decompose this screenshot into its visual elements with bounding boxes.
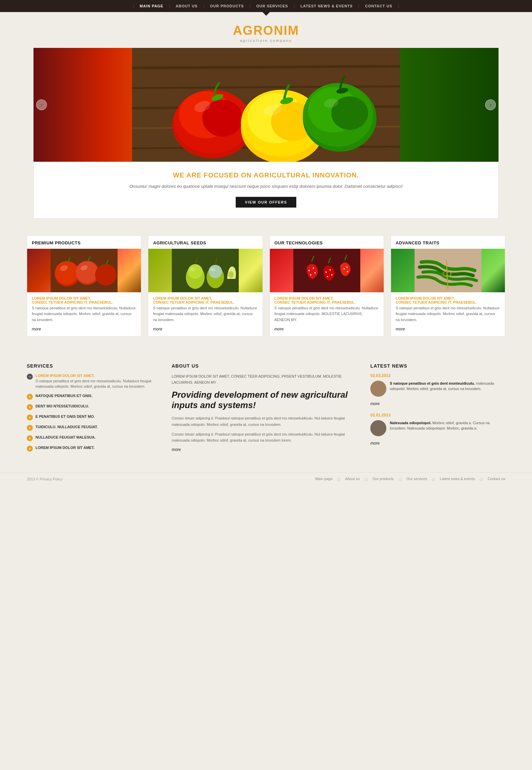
service-label-5: TUIDICULU. NULLADUCE FEUGIAT. — [35, 425, 98, 430]
footer-sep-2: ◇ — [365, 477, 368, 482]
news-text-1: S natoque penatibus et gnis dent monteui… — [390, 381, 505, 397]
nav-our-products[interactable]: OUR PRODUCTS — [204, 4, 250, 8]
nav-latest-news[interactable]: LATEST NEWS & EVENTS — [294, 4, 359, 8]
news-more-2[interactable]: more — [370, 441, 505, 446]
news-avatar-1 — [370, 381, 386, 397]
service-item-3[interactable]: + DENT MO NTESSETUIDICULU. — [27, 404, 162, 410]
about-more-link[interactable]: more — [172, 447, 181, 452]
logo-text: AGRONIM — [0, 23, 532, 38]
svg-point-50 — [346, 266, 348, 268]
news-avatar-2 — [370, 420, 386, 436]
service-label-2: NATOQUE PENATIBUS ET GNIS. — [35, 393, 92, 398]
about-headline: Providing development of new agricultura… — [172, 390, 361, 410]
footer-link-products[interactable]: Our products — [373, 477, 394, 482]
slider-prev-button[interactable]: ‹ — [36, 99, 47, 110]
product-body-title-premium: LOREM IPSUM DOLOR SIT AMET, Consec tetue… — [32, 296, 136, 304]
about-para2: Consec tetuer adipicing it. Praebsul nat… — [172, 431, 361, 444]
products-grid: PREMIUM PRODUCTS LORE — [27, 235, 505, 336]
view-offers-button[interactable]: VIEW OUR OFFERS — [236, 197, 297, 208]
product-more-1[interactable]: more — [32, 327, 41, 331]
news-column: LATEST NEWS 02.03.2013 S natoque penatib… — [370, 363, 505, 456]
svg-point-35 — [189, 267, 196, 272]
news-text-bold-2: Nalesuada odiopolopol. — [390, 421, 431, 425]
service-icon-6: + — [27, 435, 33, 441]
service-icon-3: + — [27, 404, 33, 410]
product-more-3[interactable]: more — [275, 327, 284, 331]
product-body-seeds: LOREM IPSUM DOLOR SIT AMET, Consec tetue… — [148, 292, 262, 336]
product-title-orange-1: Consec tetuer adipicing it. Praesebul. — [32, 300, 113, 304]
product-body-text-2: S natoque penatibus et gnis dent mo ntes… — [153, 305, 257, 323]
svg-point-31 — [95, 264, 117, 286]
footer-link-contact[interactable]: Contact us — [487, 477, 505, 482]
news-item-1: S natoque penatibus et gnis dent monteui… — [370, 381, 505, 397]
logo-black: AGRO — [233, 23, 274, 37]
footer-link-services[interactable]: Our services — [406, 477, 427, 482]
slider-next-button[interactable]: › — [485, 99, 496, 110]
nav-contact-us[interactable]: CONTACT US — [359, 4, 398, 8]
nav-about-us[interactable]: ABOUT US — [170, 4, 204, 8]
service-item-7[interactable]: + LOREM IPSUM DOLOR SIT AMET. — [27, 445, 162, 452]
news-more-1[interactable]: more — [370, 401, 505, 406]
products-section: PREMIUM PRODUCTS LORE — [0, 219, 532, 350]
product-body-title-seeds: LOREM IPSUM DOLOR SIT AMET, Consec tetue… — [153, 296, 257, 304]
svg-point-26 — [55, 261, 78, 285]
news-block-2: 02.01.2013 Nalesuada odiopolopol. Morbnc… — [370, 413, 505, 446]
product-title-traits: ADVANCED TRAITS — [391, 236, 505, 249]
product-more-4[interactable]: more — [396, 327, 405, 331]
service-icon-7: + — [27, 446, 33, 452]
product-body-text-4: S natoque penatibus et gnis dent mo ntes… — [396, 305, 500, 323]
hero-svg — [33, 48, 499, 162]
footer-link-news[interactable]: Latest news & events — [440, 477, 475, 482]
product-body-tech: LOREM IPSUM DOLOR SIT AMET, Consec tetue… — [270, 292, 384, 336]
product-body-text-1: S natoque penatibus et gnis dent mo ntes… — [32, 305, 136, 323]
hero-subtext: Onsuntur magni dolores eo quatione uptat… — [47, 183, 485, 190]
services-column: SERVICES − LOREM IPSUM DOLOR SIT AMET. S… — [27, 363, 162, 456]
services-title: SERVICES — [27, 363, 162, 369]
svg-point-49 — [344, 268, 345, 270]
service-label-7: LOREM IPSUM DOLOR SIT AMET. — [35, 445, 94, 450]
hero-text-area: WE ARE FOCUSED ON AGRICULTURAL INNOVATIO… — [33, 162, 499, 219]
svg-point-44 — [310, 274, 311, 276]
news-text-2: Nalesuada odiopolopol. Morbnc odiof, gra… — [390, 420, 505, 436]
footer-sep-3: ◇ — [398, 477, 402, 482]
product-title-orange-3: Consec tetuer adipicing it. Praesebul. — [275, 300, 356, 304]
nav-our-services[interactable]: OUR SERVICES — [250, 4, 294, 8]
bottom-section: SERVICES − LOREM IPSUM DOLOR SIT AMET. S… — [0, 350, 532, 472]
service-label-6: NULLADUCE FEUGIAT MALESUA. — [35, 435, 95, 440]
service-item-5[interactable]: + TUIDICULU. NULLADUCE FEUGIAT. — [27, 425, 162, 431]
product-title-orange-4: Consec tetuer adipicing it. Praesebul. — [396, 300, 477, 304]
service-item-2[interactable]: + NATOQUE PENATIBUS ET GNIS. — [27, 393, 162, 400]
news-date-1: 02.03.2013 — [370, 373, 505, 378]
footer: 2013 © Privacy Policy Main page ◇ About … — [0, 472, 532, 486]
service-item-1[interactable]: − LOREM IPSUM DOLOR SIT AMET. S natoque … — [27, 373, 162, 389]
footer-link-about[interactable]: About us — [345, 477, 360, 482]
svg-point-42 — [313, 267, 314, 269]
svg-point-39 — [228, 271, 234, 278]
nav-main-page[interactable]: MAIN PAGE — [133, 4, 170, 8]
product-card-traits: ADVANCED TRAITS LOREM IPSUM DOLOR SIT AM… — [391, 235, 505, 336]
service-item-4[interactable]: + E PENATIBUS ET GNIS DENT MO. — [27, 414, 162, 420]
product-title-black-1: LOREM IPSUM DOLOR SIT AMET, — [32, 296, 91, 300]
service-item-6[interactable]: + NULLADUCE FEUGIAT MALESUA. — [27, 435, 162, 441]
product-img-seeds — [148, 249, 262, 292]
product-title-black-3: LOREM IPSUM DOLOR SIT AMET, — [275, 296, 333, 300]
product-title-black-4: LOREM IPSUM DOLOR SIT AMET, — [396, 296, 455, 300]
hero-slider: ‹ › — [33, 48, 499, 162]
nav-bar: MAIN PAGE ABOUT US OUR PRODUCTS OUR SERV… — [0, 0, 532, 12]
product-body-text-3: S natoque penatibus et gnis dent mo ntes… — [275, 305, 379, 323]
service-label-3: DENT MO NTESSETUIDICULU. — [35, 404, 89, 409]
svg-point-46 — [329, 269, 331, 271]
news-item-2: Nalesuada odiopolopol. Morbnc odiof, gra… — [370, 420, 505, 436]
footer-link-main[interactable]: Main page — [315, 477, 332, 482]
news-text-bold-1: S natoque penatibus et gnis dent monteui… — [390, 381, 475, 385]
product-img-traits — [391, 249, 505, 292]
product-card-premium: PREMIUM PRODUCTS LORE — [27, 235, 141, 336]
svg-point-37 — [209, 265, 222, 278]
product-body-premium: LOREM IPSUM DOLOR SIT AMET, Consec tetue… — [27, 292, 141, 336]
product-title-seeds: AGRICULTURAL SEEDS — [148, 236, 262, 249]
footer-sep-4: ◇ — [432, 477, 435, 482]
svg-point-29 — [76, 261, 98, 283]
service-icon-5: + — [27, 425, 33, 431]
svg-point-45 — [325, 272, 327, 273]
product-more-2[interactable]: more — [153, 327, 162, 331]
